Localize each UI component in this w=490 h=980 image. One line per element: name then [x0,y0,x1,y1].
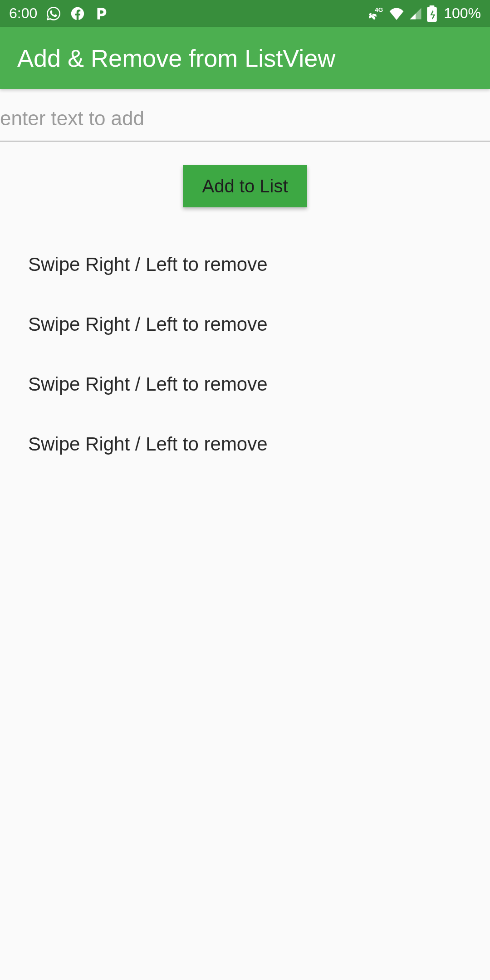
battery-percentage: 100% [444,5,481,22]
list-item[interactable]: Swipe Right / Left to remove [0,294,490,354]
status-bar: 6:00 4G 100% [0,0,490,27]
list-view[interactable]: Swipe Right / Left to remove Swipe Right… [0,221,490,474]
phone-4g-icon: 4G [368,6,385,21]
input-container [0,89,490,142]
list-item[interactable]: Swipe Right / Left to remove [0,414,490,474]
status-right-group: 4G 100% [368,5,481,22]
list-item[interactable]: Swipe Right / Left to remove [0,235,490,294]
app-bar: Add & Remove from ListView [0,27,490,89]
pandora-icon [93,6,109,21]
whatsapp-icon [45,5,62,22]
add-text-input[interactable] [0,98,490,142]
list-item[interactable]: Swipe Right / Left to remove [0,354,490,414]
main-content: Add to List Swipe Right / Left to remove… [0,89,490,474]
button-container: Add to List [0,142,490,221]
facebook-icon [70,6,85,21]
wifi-icon [388,7,405,20]
signal-icon [408,7,423,20]
add-to-list-button[interactable]: Add to List [183,165,307,207]
svg-text:4G: 4G [375,6,383,13]
app-title: Add & Remove from ListView [17,44,335,72]
battery-charging-icon [426,5,437,22]
status-time: 6:00 [9,5,37,22]
status-left-group: 6:00 [9,5,109,22]
